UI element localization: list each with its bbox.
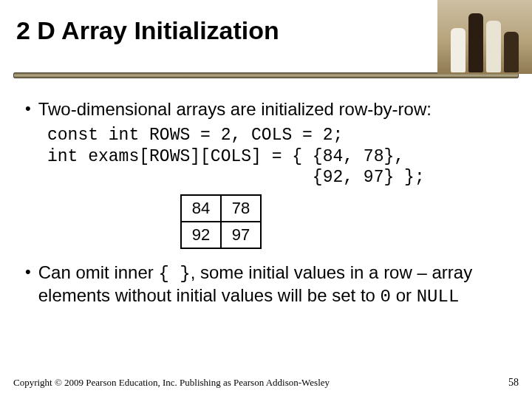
array-table: 84 78 92 97 xyxy=(180,194,262,249)
content-area: • Two-dimensional arrays are initialized… xyxy=(0,78,532,308)
table-row: 92 97 xyxy=(181,222,261,248)
bullet-2-or: or xyxy=(391,285,417,305)
bullet-2-text: Can omit inner { }, some initial values … xyxy=(38,262,511,308)
header: 2 D Array Initialization xyxy=(0,0,532,71)
slide: 2 D Array Initialization • Two-dimension… xyxy=(0,0,532,399)
footer: Copyright © 2009 Pearson Education, Inc.… xyxy=(13,377,519,389)
inline-code-braces: { } xyxy=(158,264,190,284)
bullet-2-pre: Can omit inner xyxy=(38,262,159,282)
chess-piece-icon xyxy=(468,13,483,72)
code-block: const int ROWS = 2, COLS = 2; int exams[… xyxy=(47,125,511,188)
inline-code-null: NULL xyxy=(417,287,460,307)
cell-r1c0: 92 xyxy=(181,222,221,248)
page-number: 58 xyxy=(508,377,519,389)
bullet-dot-icon: • xyxy=(25,99,31,120)
bullet-1: • Two-dimensional arrays are initialized… xyxy=(25,99,511,120)
copyright: Copyright © 2009 Pearson Education, Inc.… xyxy=(13,377,330,389)
cell-r0c0: 84 xyxy=(181,195,221,222)
chess-decoration xyxy=(437,0,532,74)
bullet-1-text: Two-dimensional arrays are initialized r… xyxy=(38,99,511,120)
inline-code-zero: 0 xyxy=(381,287,391,307)
code-line-2: int exams[ROWS][COLS] = { {84, 78}, xyxy=(47,147,404,166)
bullet-2: • Can omit inner { }, some initial value… xyxy=(25,262,511,308)
code-line-1: const int ROWS = 2, COLS = 2; xyxy=(47,126,343,145)
table-row: 84 78 xyxy=(181,195,261,222)
chess-piece-icon xyxy=(451,28,466,72)
code-line-3: {92, 97} }; xyxy=(47,168,425,187)
cell-r1c1: 97 xyxy=(221,222,261,248)
chess-piece-icon xyxy=(504,32,519,72)
bullet-dot-icon: • xyxy=(25,262,31,308)
chess-piece-icon xyxy=(486,21,501,72)
cell-r0c1: 78 xyxy=(221,195,261,222)
